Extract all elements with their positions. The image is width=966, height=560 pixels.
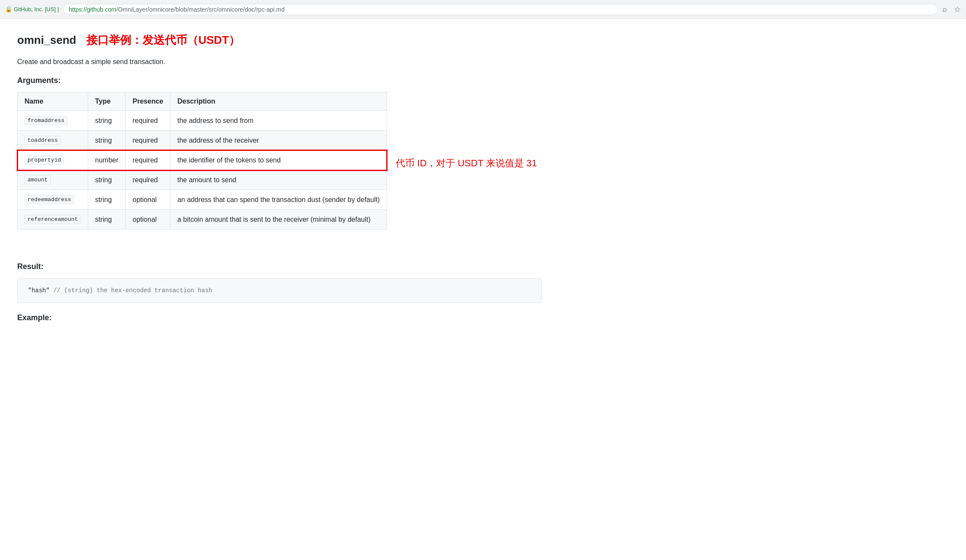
table-row: referenceamount string optional a bitcoi… [18, 210, 387, 230]
cell-name: fromaddress [18, 111, 88, 131]
search-icon[interactable]: ⌕ [942, 5, 947, 14]
result-code-string: "hash" [28, 287, 53, 294]
cell-presence: required [126, 170, 170, 190]
result-code-block: "hash" // (string) the hex-encoded trans… [17, 278, 542, 303]
result-section-title: Result: [17, 262, 542, 271]
api-description: Create and broadcast a simple send trans… [17, 58, 542, 66]
browser-action-icons: ⌕ ☆ [942, 5, 961, 14]
cell-type: string [88, 210, 126, 230]
table-header-row: Name Type Presence Description [18, 92, 387, 111]
cell-name: propertyid [18, 150, 88, 170]
col-description: Description [170, 92, 387, 111]
api-header: omni_send 接口举例：发送代币（USDT） [17, 33, 542, 48]
cell-name: redeemaddress [18, 190, 88, 210]
arguments-table-wrapper: Name Type Presence Description fromaddre… [17, 92, 387, 243]
propertyid-annotation: 代币 ID，对于 USDT 来说值是 31 [396, 157, 537, 170]
cell-type: string [88, 131, 126, 150]
cell-presence: optional [126, 190, 170, 210]
arguments-section-title: Arguments: [17, 76, 542, 85]
cell-description: the address of the receiver [170, 131, 387, 150]
result-section: Result: "hash" // (string) the hex-encod… [17, 262, 542, 303]
url-path: /OmniLayer/omnicore/blob/master/src/omni… [116, 6, 284, 13]
example-section: Example: [17, 313, 542, 322]
cell-type: string [88, 170, 126, 190]
cell-type: string [88, 111, 126, 131]
separator: | [58, 6, 59, 12]
cell-type: number [88, 150, 126, 170]
lock-icon: 🔒 [5, 6, 12, 12]
browser-chrome: 🔒 GitHub, Inc. [US] | https://github.com… [0, 0, 966, 19]
cell-presence: required [126, 111, 170, 131]
table-header: Name Type Presence Description [18, 92, 387, 111]
table-row: fromaddress string required the address … [18, 111, 387, 131]
cell-presence: required [126, 131, 170, 150]
cell-name: referenceamount [18, 210, 88, 230]
table-row: amount string required the amount to sen… [18, 170, 387, 190]
cell-type: string [88, 190, 126, 210]
col-presence: Presence [126, 92, 170, 111]
cell-description: the identifier of the tokens to send [170, 150, 387, 170]
api-name: omni_send [17, 34, 76, 47]
cell-description: a bitcoin amount that is sent to the rec… [170, 210, 387, 230]
table-row-propertyid: propertyid number required the identifie… [18, 150, 387, 170]
security-indicator: 🔒 GitHub, Inc. [US] | [5, 6, 59, 12]
url-origin: https://github.com [69, 6, 117, 13]
cell-name: amount [18, 170, 88, 190]
url-bar[interactable]: https://github.com /OmniLayer/omnicore/b… [63, 4, 938, 15]
cell-description: an address that can spend the transactio… [170, 190, 387, 210]
cell-description: the address to send from [170, 111, 387, 131]
example-section-title: Example: [17, 313, 542, 322]
col-name: Name [18, 92, 88, 111]
bookmark-icon[interactable]: ☆ [954, 5, 961, 14]
cell-presence: optional [126, 210, 170, 230]
page-content: omni_send 接口举例：发送代币（USDT） Create and bro… [0, 19, 559, 346]
col-type: Type [88, 92, 126, 111]
cell-description: the amount to send [170, 170, 387, 190]
cell-presence: required [126, 150, 170, 170]
table-body: fromaddress string required the address … [18, 111, 387, 230]
api-subtitle: 接口举例：发送代币（USDT） [86, 33, 240, 48]
table-row: toaddress string required the address of… [18, 131, 387, 150]
result-code-comment: // (string) the hex-encoded transaction … [53, 287, 212, 294]
arguments-table: Name Type Presence Description fromaddre… [17, 92, 387, 230]
cell-name: toaddress [18, 131, 88, 150]
company-name: GitHub, Inc. [US] [14, 6, 56, 12]
table-row: redeemaddress string optional an address… [18, 190, 387, 210]
